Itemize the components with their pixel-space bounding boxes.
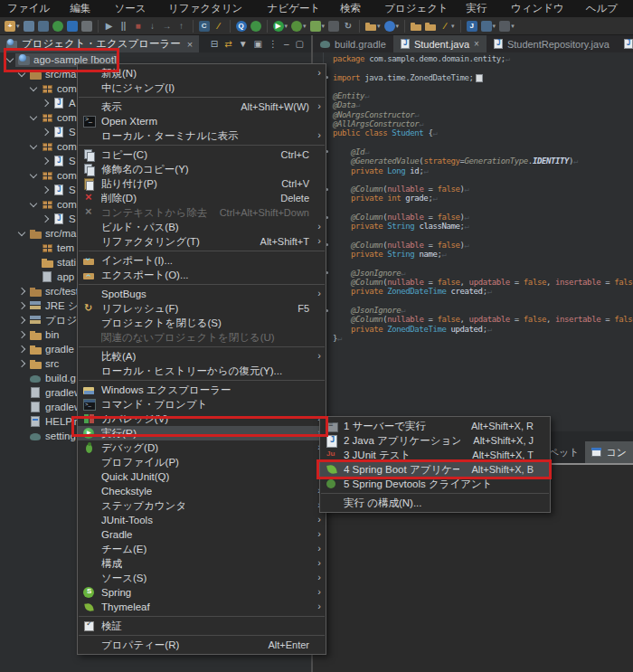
menu-item-properties[interactable]: プロパティー(R)Alt+Enter — [78, 638, 326, 652]
close-icon[interactable]: × — [474, 39, 479, 49]
tab-student-service-java[interactable]: StudentServi — [617, 35, 633, 52]
expander-icon[interactable] — [15, 303, 27, 308]
menu-item-command-prompt[interactable]: コマンド・プロンプト — [78, 397, 326, 412]
java-perspective-icon[interactable]: J — [467, 19, 477, 33]
filter-icon[interactable]: ▼ — [239, 35, 248, 52]
console-icon[interactable]: C — [199, 19, 210, 33]
run-icon[interactable]: ▶▾ — [273, 19, 288, 33]
coverage-icon[interactable]: ▾ — [310, 19, 326, 33]
stop-icon[interactable] — [328, 19, 339, 33]
open-resource-icon[interactable] — [411, 19, 421, 33]
menu-item-java-application[interactable]: 2 Java アプリケーションAlt+Shift+X, J — [320, 433, 550, 448]
suspend-icon[interactable]: || — [118, 19, 129, 33]
menu-item-gradle[interactable]: Gradle› — [78, 527, 326, 542]
menubar-item-6[interactable]: プロジェクト(P) — [377, 0, 458, 17]
relaunch-icon[interactable]: ↻ — [343, 19, 354, 33]
new-wizard-icon[interactable]: +▾ — [5, 19, 20, 33]
menu-item-show-in-local-terminal[interactable]: ローカル・ターミナルに表示› — [78, 128, 326, 143]
maximize-icon[interactable]: ▢ — [296, 35, 304, 52]
menu-item-close-unrelated-projects[interactable]: 関連のないプロジェクトを閉じる(U) — [78, 330, 326, 345]
expander-icon[interactable] — [15, 361, 27, 366]
expander-icon[interactable] — [39, 158, 51, 164]
menu-item-copy-qualified-name[interactable]: 修飾名のコピー(Y) — [78, 162, 326, 176]
step-over-icon[interactable]: → — [162, 19, 173, 33]
menu-item-thymeleaf[interactable]: Thymeleaf› — [78, 600, 326, 614]
expander-icon[interactable] — [27, 145, 39, 148]
close-icon[interactable]: × — [187, 39, 193, 50]
menu-item-spotbugs[interactable]: SpotBugs› — [78, 287, 326, 301]
view-menu-icon[interactable]: ⋮ — [269, 35, 278, 52]
expander-icon[interactable] — [15, 332, 27, 337]
menu-item-junit-tools[interactable]: JUnit-Tools› — [78, 513, 326, 527]
window-toggle-icon[interactable]: ▾ — [499, 19, 515, 33]
menubar-item-1[interactable]: 編集(E) — [62, 0, 107, 17]
minimize-icon[interactable]: – — [284, 35, 289, 52]
expander-icon[interactable] — [39, 216, 51, 222]
annotate-icon[interactable]: ∕ — [213, 19, 224, 33]
menubar-item-3[interactable]: リファクタリング(T) — [161, 0, 260, 17]
focus-icon[interactable]: ▣ — [254, 35, 262, 52]
menu-item-run-configurations[interactable]: 実行 の構成(N)... — [320, 496, 550, 510]
menu-item-show-in[interactable]: 表示Alt+Shift+W(W)› — [78, 99, 326, 114]
expander-icon[interactable] — [15, 72, 27, 76]
menu-item-export[interactable]: エクスポート(O)... — [78, 268, 326, 282]
menu-item-step-counter[interactable]: ステップカウンタ› — [78, 498, 326, 513]
expander-icon[interactable] — [15, 346, 27, 352]
collapse-all-icon[interactable]: ⊟ — [211, 35, 218, 52]
perspective-icon[interactable]: ▾ — [481, 19, 496, 33]
menu-item-restore-from-local-history[interactable]: ローカル・ヒストリーからの復元(Y)... — [78, 364, 326, 378]
expander-icon[interactable] — [27, 116, 39, 119]
plugin-icon[interactable] — [52, 19, 63, 33]
menu-item-windows-explorer[interactable]: Windows エクスプローラー — [78, 383, 326, 397]
tab-console[interactable]: コン — [585, 441, 633, 463]
menubar-item-2[interactable]: ソース(S) — [107, 0, 160, 17]
write-access-icon[interactable]: ∕▾ — [439, 19, 455, 33]
expander-icon[interactable] — [15, 317, 27, 323]
step-into-icon[interactable]: ↓ — [147, 19, 158, 33]
web-browser-icon[interactable]: ▾ — [384, 19, 400, 33]
expander-icon[interactable] — [27, 203, 39, 206]
menu-item-close-project[interactable]: プロジェクトを閉じる(S) — [78, 316, 326, 330]
code-editor[interactable]: package com.sample.demo.domain.entity;↵>… — [313, 52, 633, 433]
expander-icon[interactable] — [27, 87, 39, 90]
menu-item-compare-with[interactable]: 比較(A)› — [78, 349, 326, 364]
menu-item-profile-as[interactable]: プロファイル(P)› — [78, 455, 326, 469]
save-icon[interactable] — [24, 19, 34, 33]
menu-item-source[interactable]: ソース(S)› — [78, 571, 326, 585]
menu-item-debug-as[interactable]: デバッグ(D)› — [78, 440, 326, 455]
resume-icon[interactable]: ▶ — [104, 19, 115, 33]
menubar-item-5[interactable]: 検索(A) — [333, 0, 377, 17]
new-java-project-icon[interactable]: ▾ — [365, 19, 381, 33]
save-all-icon[interactable] — [38, 19, 49, 33]
expander-icon[interactable] — [15, 232, 27, 235]
menu-item-run-on-server[interactable]: 1 サーバーで実行Alt+Shift+X, R — [320, 419, 550, 433]
menubar-item-9[interactable]: ヘルプ(H) — [579, 0, 633, 17]
expander-icon[interactable] — [15, 289, 27, 294]
open-folder-icon[interactable] — [425, 19, 436, 33]
plugin-2-icon[interactable] — [250, 19, 261, 33]
menu-item-refactor[interactable]: リファクタリング(T)Alt+Shift+T› — [78, 234, 326, 249]
menu-item-validate[interactable]: 検証 — [78, 619, 326, 633]
menu-item-build-path[interactable]: ビルド・パス(B)› — [78, 220, 326, 234]
expander-icon[interactable] — [39, 100, 51, 106]
menu-item-refresh[interactable]: リフレッシュ(F)F5 — [78, 301, 326, 316]
menu-item-import[interactable]: インポート(I)... — [78, 253, 326, 268]
menu-item-delete[interactable]: 削除(D)Delete — [78, 191, 326, 205]
debug-icon[interactable]: ▾ — [291, 19, 307, 33]
menu-item-jump-into[interactable]: 中にジャンプ(I) — [78, 80, 326, 95]
tab-build-gradle[interactable]: build.gradle — [313, 35, 393, 52]
quick-access-icon[interactable]: Q — [236, 19, 247, 33]
search-icon[interactable] — [81, 19, 92, 33]
menubar-item-7[interactable]: 実行(R) — [458, 0, 504, 17]
terminate-icon[interactable]: ■ — [133, 19, 144, 33]
menubar-item-4[interactable]: ナビゲート(N) — [260, 0, 333, 17]
menu-item-team[interactable]: チーム(E)› — [78, 542, 326, 556]
tab-student-java[interactable]: Student.java× — [393, 35, 487, 52]
menubar-item-0[interactable]: ファイル(F) — [0, 0, 62, 17]
expander-icon[interactable] — [39, 187, 51, 193]
menu-item-copy[interactable]: コピー(C)Ctrl+C — [78, 147, 326, 162]
expander-icon[interactable] — [39, 129, 51, 135]
menu-item-configure[interactable]: 構成› — [78, 556, 326, 571]
tab-student-repository-java[interactable]: StudentRepository.java — [487, 35, 617, 52]
menu-item-open-xterm[interactable]: Open Xterm — [78, 114, 326, 128]
